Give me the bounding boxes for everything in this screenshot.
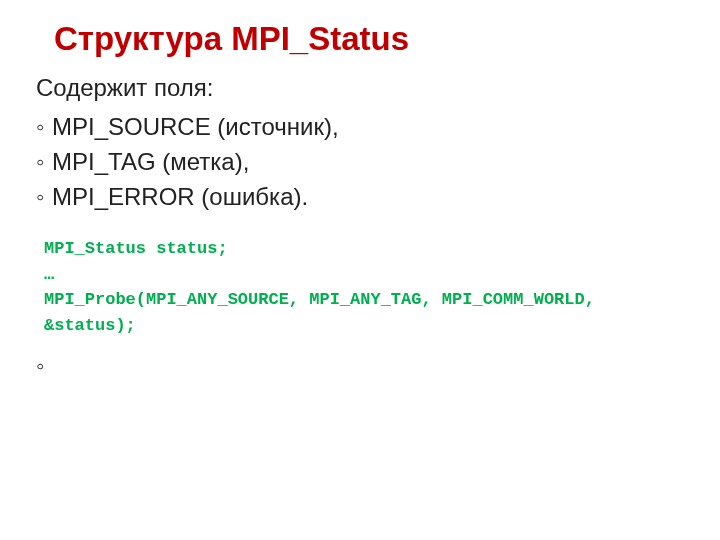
trailing-list: [36, 352, 684, 376]
slide: Структура MPI_Status Содержит поля: MPI_…: [0, 0, 720, 540]
intro-text: Содержит поля:: [36, 70, 684, 106]
code-line: …: [44, 265, 54, 284]
page-title: Структура MPI_Status: [54, 20, 684, 58]
code-block: MPI_Status status; … MPI_Probe(MPI_ANY_S…: [44, 236, 684, 338]
fields-list: MPI_SOURCE (источник), MPI_TAG (метка), …: [36, 110, 684, 214]
code-line: MPI_Probe(MPI_ANY_SOURCE, MPI_ANY_TAG, M…: [44, 290, 605, 335]
list-item: MPI_TAG (метка),: [36, 145, 684, 180]
list-item: MPI_ERROR (ошибка).: [36, 180, 684, 215]
list-item: [36, 352, 684, 376]
code-line: MPI_Status status;: [44, 239, 228, 258]
list-item: MPI_SOURCE (источник),: [36, 110, 684, 145]
